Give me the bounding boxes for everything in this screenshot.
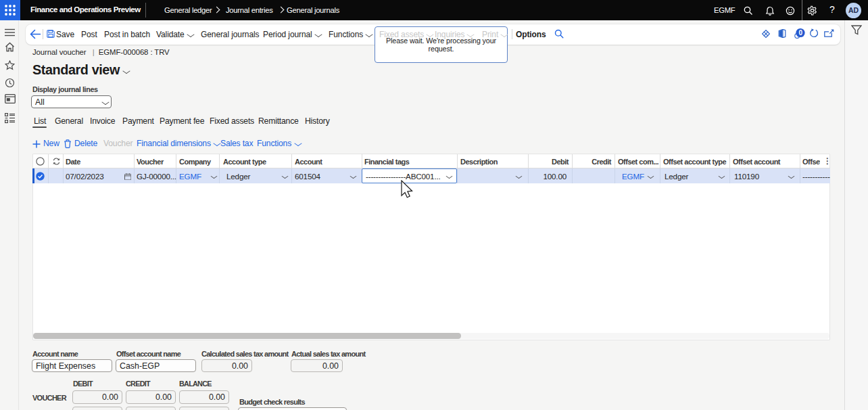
svg-text:0: 0	[798, 29, 802, 37]
